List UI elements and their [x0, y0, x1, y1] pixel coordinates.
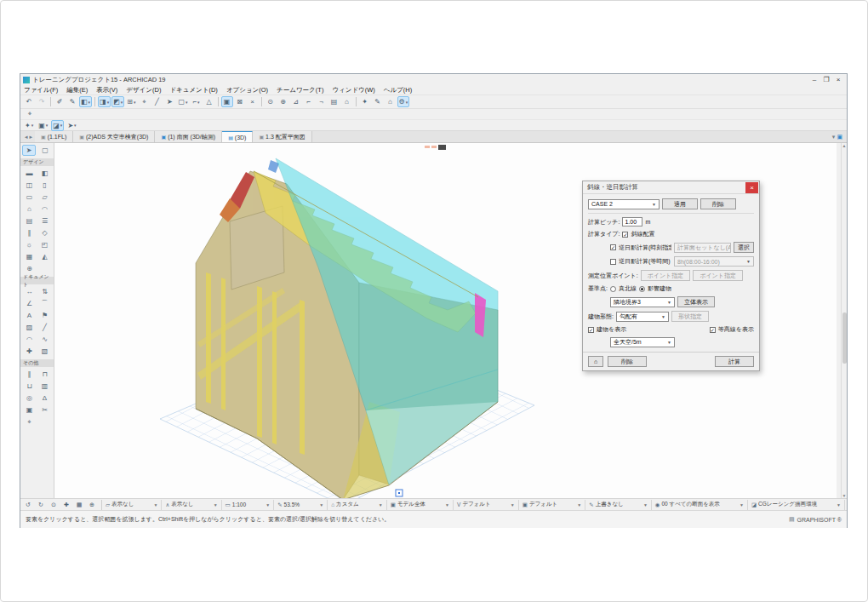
cutaway-3d-icon[interactable]: ⊿ [290, 96, 302, 107]
setback-checkbox[interactable]: ✓ [622, 232, 628, 238]
label-tool[interactable]: ⚑ [38, 310, 52, 321]
dialog-title-bar[interactable]: 斜線・逆日影計算 × [583, 181, 759, 194]
pen-dropdown[interactable]: ▣ デフォルト ▼ [519, 500, 586, 510]
fit-in-window-icon[interactable]: ⊙ [265, 96, 277, 107]
toolbar-icon[interactable] [260, 96, 264, 107]
menu-item[interactable]: ファイル(F) [24, 86, 58, 95]
tab-scroll-right-icon[interactable]: ▸ [30, 134, 33, 140]
zone-tool[interactable]: ◰ [38, 239, 52, 250]
change-tool[interactable]: Δ [38, 393, 52, 404]
minimize-button[interactable]: – [808, 75, 820, 85]
menu-item[interactable]: ウィンドウ(W) [332, 86, 374, 95]
column-tool[interactable]: ▯ [38, 180, 52, 191]
tab-south-axono[interactable]: ▣ (1) 南面 (3D/軸測) [155, 131, 222, 142]
toolbar-icon[interactable] [93, 96, 97, 107]
magic-wand-icon[interactable]: ✦ [359, 96, 371, 107]
menu-item[interactable]: 編集(E) [66, 86, 88, 95]
element-settings-dropdown[interactable]: ▣ [37, 120, 49, 131]
corner-left-icon[interactable]: ⌐ [303, 96, 315, 107]
lamp-tool[interactable]: ☼ [23, 239, 37, 250]
corner-right-icon[interactable]: ¬ [316, 96, 328, 107]
tab-overflow-icon[interactable]: ▾ [832, 134, 836, 140]
beam-tool[interactable]: ▭ [23, 192, 37, 203]
zoom-icon[interactable]: ⊙ [48, 500, 60, 510]
filter-dropdown[interactable]: ▣ モデル全体 ▼ [387, 500, 454, 510]
true-north-radio[interactable] [610, 286, 616, 292]
grid-snap-icon[interactable]: ⊞ [125, 96, 137, 107]
reverse-shadow1-checkbox[interactable]: ✓ [610, 244, 616, 250]
toolbar-icon[interactable] [216, 96, 220, 107]
orbit-right-icon[interactable]: ↻ [35, 500, 47, 510]
door-tool[interactable]: ◧ [38, 168, 52, 179]
edit-pen-icon[interactable]: ✎ [372, 96, 384, 107]
curtain-wall-tool[interactable]: ▤ [23, 215, 37, 226]
gravity-icon[interactable]: ◨ [98, 96, 111, 107]
line-tool[interactable]: ╱ [38, 322, 52, 333]
undo-icon[interactable]: ↶ [23, 96, 35, 107]
window-tool[interactable]: ◫ [23, 180, 37, 191]
mesh-tool[interactable]: ▦ [23, 251, 37, 262]
tab-floor-plan[interactable]: ▣ (1.1FL) [35, 131, 73, 142]
zoom-level-dropdown[interactable]: ✎ 53.5% ▼ [274, 500, 328, 510]
tab-scroll-left-icon[interactable]: ◂ [25, 134, 28, 140]
calculate-button[interactable]: 計算 [715, 356, 754, 367]
pickup-parameters-icon[interactable]: ✐ [54, 96, 66, 107]
case-select[interactable]: CASE 2▼ [588, 199, 660, 209]
scale-dropdown[interactable]: ▭ 1:100 ▼ [222, 500, 275, 510]
annotation-marker[interactable] [425, 145, 446, 150]
ungroup-icon[interactable]: ⊠ [234, 96, 246, 107]
snap-guides-icon[interactable]: ╱ [151, 96, 163, 107]
menu-item[interactable]: ドキュメント(D) [169, 86, 217, 95]
arc-tool[interactable]: ◠ [23, 334, 37, 345]
settings-gear-icon[interactable]: ⚙ [397, 96, 410, 107]
object-tool[interactable]: ◇ [38, 227, 52, 238]
close-button[interactable]: × [832, 75, 844, 85]
elevation-tool[interactable]: ⊓ [38, 369, 52, 380]
boundary-select[interactable]: 隣地境界3▼ [610, 297, 675, 307]
arrow-cursor-icon[interactable]: ➤ [163, 96, 175, 107]
hotspot-tool[interactable]: ✚ [23, 346, 37, 357]
delete-icon[interactable]: × [247, 96, 259, 107]
layout-grid-icon[interactable]: ▦ [73, 500, 85, 510]
pan-icon[interactable]: ✚ [60, 500, 72, 510]
toolbar-icon[interactable] [354, 96, 358, 107]
calc-surface-select[interactable]: 計算面セットなし(A)▼ [674, 243, 731, 253]
morph-tool[interactable]: ◭ [38, 251, 52, 262]
spline-tool[interactable]: ∿ [38, 334, 52, 345]
marquee-tool[interactable]: ▢ [38, 145, 52, 156]
tracker-icon[interactable]: ⌖ [24, 109, 36, 120]
wall-mode-icon[interactable]: ◧ [79, 96, 92, 107]
favorites-dropdown[interactable]: ✦ [23, 120, 35, 131]
detail-tool[interactable]: ◎ [23, 393, 37, 404]
inject-parameters-icon[interactable]: ✎ [66, 96, 78, 107]
dimension-tool[interactable]: ↔ [23, 286, 37, 297]
override-dropdown[interactable]: ✎ 上書きなし ▼ [585, 500, 652, 510]
tab-views-icon[interactable]: ▣ [837, 134, 842, 140]
point-set-button-1[interactable]: ポイント指定 [641, 270, 691, 281]
arrow-tool[interactable]: ➤ [22, 145, 36, 156]
tab-3d[interactable]: ▤ (3D) [222, 131, 253, 142]
cutting-plane-tool[interactable]: ✂ [38, 404, 52, 416]
level-dimension-tool[interactable]: ⇅ [38, 286, 52, 297]
maximize-button[interactable]: ❐ [820, 75, 832, 85]
trim-icon[interactable]: ⌐ [191, 96, 203, 107]
roof-tool[interactable]: ⌂ [23, 204, 37, 215]
show-contour-checkbox[interactable]: ✓ [710, 327, 716, 333]
menu-item[interactable]: オプション(O) [226, 86, 268, 95]
orbit-left-icon[interactable]: ↺ [22, 500, 34, 510]
home-view-icon-button[interactable]: ⌂ [588, 356, 603, 367]
building-form-select[interactable]: 勾配有▼ [616, 312, 669, 322]
guide-lines-icon[interactable]: ◩ [111, 96, 124, 107]
time-range-select[interactable]: 8h(08:00-16:00)▼ [674, 256, 754, 267]
lock-icon[interactable]: ⌂ [341, 96, 353, 107]
shape-set-button[interactable]: 形状指定 [671, 311, 709, 322]
toolbar-icon[interactable] [49, 96, 53, 107]
marquee-select-icon[interactable]: ▢ [176, 96, 189, 107]
view-settings-dropdown[interactable]: ⌂ カスタム ▼ [328, 500, 387, 510]
show-building-checkbox[interactable]: ✓ [588, 327, 594, 333]
point-set-button-2[interactable]: ポイント指定 [693, 270, 743, 281]
apply-button[interactable]: 適用 [662, 198, 698, 209]
tab-site-plan[interactable]: ▣ 1.3 配置平面図 [253, 131, 311, 142]
tab-ads-sky-check[interactable]: ▣ (2)ADS 天空率検査(3D) [73, 131, 155, 142]
reverse-shadow2-checkbox[interactable] [610, 259, 616, 265]
